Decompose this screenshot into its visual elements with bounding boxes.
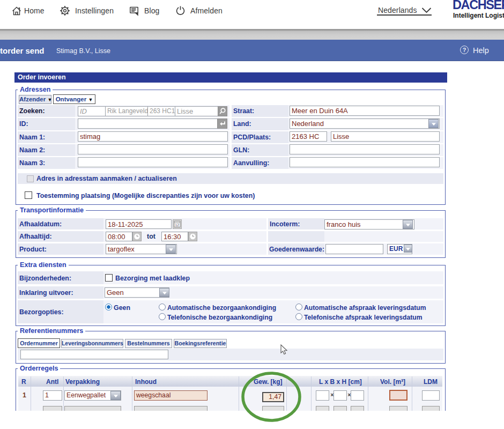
svg-text:12: 12 (175, 223, 180, 227)
